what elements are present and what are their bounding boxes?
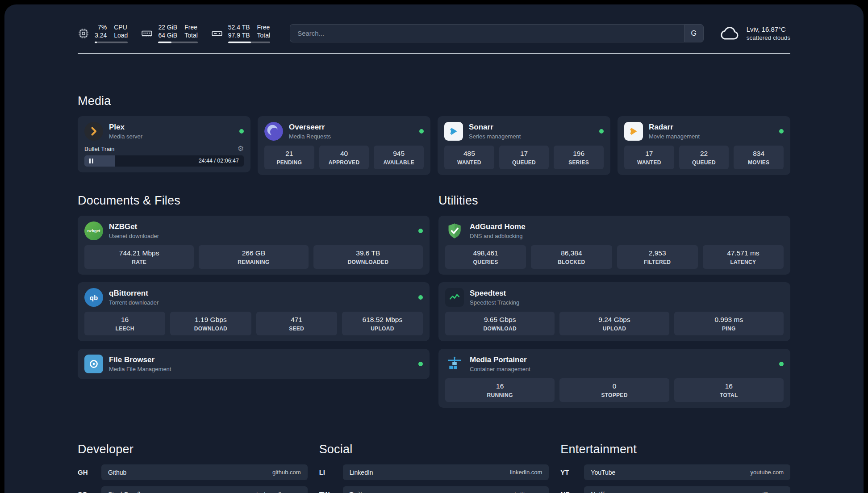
bookmark-abbr: NF xyxy=(560,490,578,493)
status-dot xyxy=(418,295,423,300)
stat-label: QUERIES xyxy=(448,259,523,265)
stat-value: 485 xyxy=(447,150,492,158)
section-title-documents: Documents & Files xyxy=(78,194,430,208)
bookmark-row: LI LinkedIn linkedin.com xyxy=(319,464,549,480)
bookmark-url: twitter.com xyxy=(514,491,542,493)
weather-text: Lviv, 16.87°C scattered clouds xyxy=(747,25,790,41)
cpu-usage-bar xyxy=(95,42,128,43)
stat-tile: 485 WANTED xyxy=(444,146,494,169)
service-subtitle: Series management xyxy=(469,133,521,140)
stat-label: DOWNLOAD xyxy=(173,326,248,332)
pause-icon[interactable] xyxy=(89,159,93,163)
disk-label-top: Free xyxy=(257,23,271,31)
bookmark-name: Netflix xyxy=(591,491,608,493)
stat-value: 21 xyxy=(267,150,312,158)
service-subtitle: Container management xyxy=(470,366,530,372)
overseerr-icon xyxy=(264,122,283,141)
service-title: Sonarr xyxy=(469,123,521,132)
service-card-qbittorrent[interactable]: qb qBittorrent Torrent downloader 16 LEE… xyxy=(78,282,430,341)
stat-tile: 744.21 Mbps RATE xyxy=(84,245,194,269)
dashboard: 7% 3.24 CPU Load xyxy=(4,4,864,493)
stat-tile: 266 GB REMAINING xyxy=(199,245,308,269)
bookmark-link-twitter[interactable]: Twitter twitter.com xyxy=(343,486,549,493)
playback-progress-bar[interactable]: 24:44 / 02:06:47 xyxy=(84,155,244,167)
service-title: Plex xyxy=(109,123,142,132)
stat-label: UPLOAD xyxy=(345,326,420,332)
qbittorrent-icon: qb xyxy=(84,288,103,307)
speedtest-icon xyxy=(445,288,464,307)
settings-gear-icon[interactable]: ⚙ xyxy=(238,145,244,152)
adguard-icon xyxy=(445,221,464,240)
stat-label: PING xyxy=(677,326,781,332)
stat-label: RUNNING xyxy=(448,392,552,398)
service-card-portainer[interactable]: Media Portainer Container management 16 … xyxy=(438,349,790,408)
stat-value: 16 xyxy=(677,382,781,390)
bookmark-url: youtube.com xyxy=(751,469,784,476)
bookmark-row: GH Github github.com xyxy=(78,464,308,480)
stat-label: TOTAL xyxy=(677,392,781,398)
stat-tile: 0 STOPPED xyxy=(559,378,669,402)
disk-readout: 52.4 TB 97.9 TB Free Total xyxy=(228,23,270,43)
stat-tile: 40 APPROVED xyxy=(319,146,369,169)
media-grid: Plex Media server Bullet Train ⚙ 24:44 /… xyxy=(78,116,790,175)
service-card-nzbget[interactable]: nzbget NZBGet Usenet downloader 744.21 M… xyxy=(78,216,430,275)
stat-label: QUEUED xyxy=(682,159,726,166)
stat-tile: 16 LEECH xyxy=(84,312,165,335)
bookmark-abbr: YT xyxy=(560,468,578,476)
stat-value: 17 xyxy=(502,150,547,158)
section-title-utilities: Utilities xyxy=(438,194,790,208)
service-card-speedtest[interactable]: Speedtest Speedtest Tracking 9.65 Gbps D… xyxy=(438,282,790,341)
stat-label: QUEUED xyxy=(502,159,547,166)
status-dot xyxy=(239,129,244,134)
service-title: NZBGet xyxy=(109,222,159,231)
stat-tile: 39.6 TB DOWNLOADED xyxy=(313,245,423,269)
bookmark-abbr: TW xyxy=(319,490,337,493)
bookmark-link-github[interactable]: Github github.com xyxy=(101,464,308,480)
bookmark-link-linkedin[interactable]: LinkedIn linkedin.com xyxy=(343,464,549,480)
search-engine-button[interactable]: G xyxy=(684,24,704,42)
bookmark-link-netflix[interactable]: Netflix netflix.com xyxy=(584,486,790,493)
stat-tile: 0.993 ms PING xyxy=(674,312,784,335)
cpu-label-bottom: Load xyxy=(114,31,128,39)
bookmark-url: netflix.com xyxy=(756,491,784,493)
status-dot xyxy=(779,129,784,134)
section-documents: Documents & Files nzbget NZBGet Usenet d… xyxy=(78,194,430,379)
section-title-media: Media xyxy=(78,94,790,108)
bookmark-link-stackoverflow[interactable]: StackOverflow stackoverflow.com xyxy=(101,486,308,493)
ram-icon xyxy=(141,28,153,39)
bookmark-group-entertainment: Entertainment YT YouTube youtube.com NF … xyxy=(560,443,790,493)
service-card-overseerr[interactable]: Overseerr Media Requests 21 PENDING 40 A… xyxy=(258,116,430,175)
status-dot xyxy=(419,129,424,134)
bookmark-link-youtube[interactable]: YouTube youtube.com xyxy=(584,464,790,480)
service-card-filebrowser[interactable]: File Browser Media File Management xyxy=(78,349,430,379)
qbittorrent-icon-text: qb xyxy=(90,294,98,301)
bookmark-row: TW Twitter twitter.com xyxy=(319,486,549,493)
bookmark-name: Twitter xyxy=(350,491,368,493)
cpu-readout: 7% 3.24 CPU Load xyxy=(95,23,128,43)
ram-widget: 22 GiB 64 GiB Free Total xyxy=(141,23,197,43)
weather-condition: scattered clouds xyxy=(747,34,790,41)
stat-value: 17 xyxy=(627,150,672,158)
radarr-icon xyxy=(624,122,643,141)
service-subtitle: Usenet downloader xyxy=(109,233,159,239)
bookmark-url: linkedin.com xyxy=(510,469,542,476)
stat-label: FILTERED xyxy=(620,259,695,265)
service-card-plex[interactable]: Plex Media server Bullet Train ⚙ 24:44 /… xyxy=(78,116,250,172)
search-input[interactable] xyxy=(290,24,684,42)
service-card-sonarr[interactable]: Sonarr Series management 485 WANTED 17 Q… xyxy=(438,116,610,175)
stat-value: 9.24 Gbps xyxy=(562,316,666,324)
service-title: Speedtest xyxy=(470,289,519,298)
stat-label: DOWNLOAD xyxy=(448,326,552,332)
bookmark-name: StackOverflow xyxy=(108,491,148,493)
service-card-radarr[interactable]: Radarr Movie management 17 WANTED 22 QUE… xyxy=(618,116,790,175)
stat-tile: 17 WANTED xyxy=(624,146,674,169)
plex-icon xyxy=(84,122,103,141)
stat-tile: 16 RUNNING xyxy=(445,378,555,402)
service-card-adguard[interactable]: AdGuard Home DNS and adblocking 498,461 … xyxy=(438,216,790,275)
bookmark-row: YT YouTube youtube.com xyxy=(560,464,790,480)
stat-tile: 945 AVAILABLE xyxy=(374,146,424,169)
filebrowser-icon xyxy=(84,355,103,373)
service-title: Media Portainer xyxy=(470,355,530,364)
service-subtitle: Media File Management xyxy=(109,366,171,372)
stat-value: 744.21 Mbps xyxy=(87,249,191,257)
